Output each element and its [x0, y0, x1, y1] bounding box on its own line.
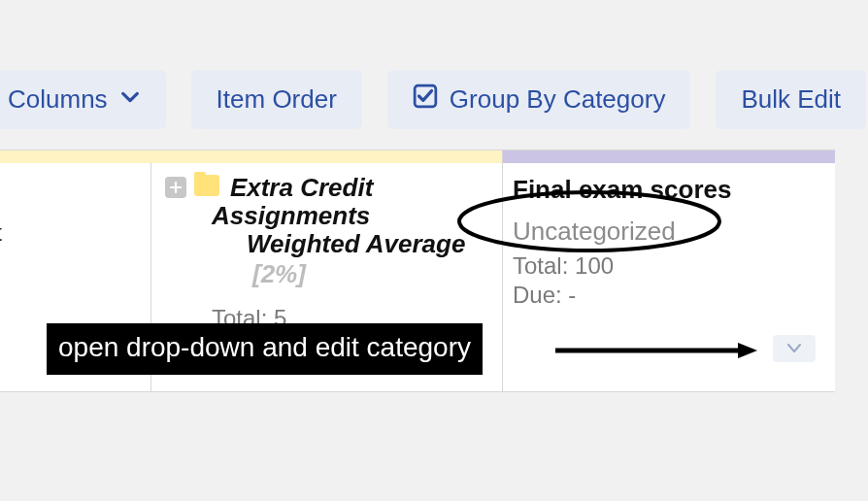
- group-by-label: Group By Category: [450, 84, 666, 115]
- category-strip-purple: [503, 150, 835, 163]
- item-total: Total: 100: [513, 252, 821, 280]
- partial-text: it: [0, 219, 141, 247]
- category-title-line2: Assignments: [212, 201, 488, 231]
- item-dropdown-button[interactable]: [773, 335, 816, 362]
- expand-icon[interactable]: [165, 177, 186, 198]
- group-by-category-button[interactable]: Group By Category: [387, 70, 691, 129]
- weighted-average-label: Weighted Average: [247, 229, 465, 258]
- folder-icon: [194, 175, 219, 196]
- columns-button-label: Columns: [8, 84, 108, 115]
- category-strip-yellow: [0, 150, 503, 163]
- checkbox-checked-icon: [413, 84, 438, 116]
- column-final-exam: Final exam scores Uncategorized Total: 1…: [503, 163, 835, 392]
- bulk-edit-button[interactable]: Bulk Edit: [716, 70, 866, 129]
- item-due: Due: -: [513, 282, 821, 309]
- item-category: Uncategorized: [513, 217, 821, 247]
- columns-button[interactable]: Columns: [0, 70, 166, 129]
- toolbar: Columns Item Order Group By Category Bul…: [0, 70, 868, 129]
- chevron-down-icon: [119, 84, 141, 115]
- bulk-edit-label: Bulk Edit: [741, 84, 841, 115]
- category-title-line3: Weighted Average [2%]: [247, 229, 488, 289]
- weight-percent: [2%]: [252, 259, 306, 288]
- annotation-label: open drop-down and edit category: [47, 323, 483, 375]
- category-title-line1: Extra Credit: [230, 173, 373, 202]
- item-order-button[interactable]: Item Order: [191, 70, 362, 129]
- item-order-label: Item Order: [217, 84, 337, 115]
- item-title: Final exam scores: [513, 175, 821, 205]
- chevron-down-icon: [787, 340, 801, 357]
